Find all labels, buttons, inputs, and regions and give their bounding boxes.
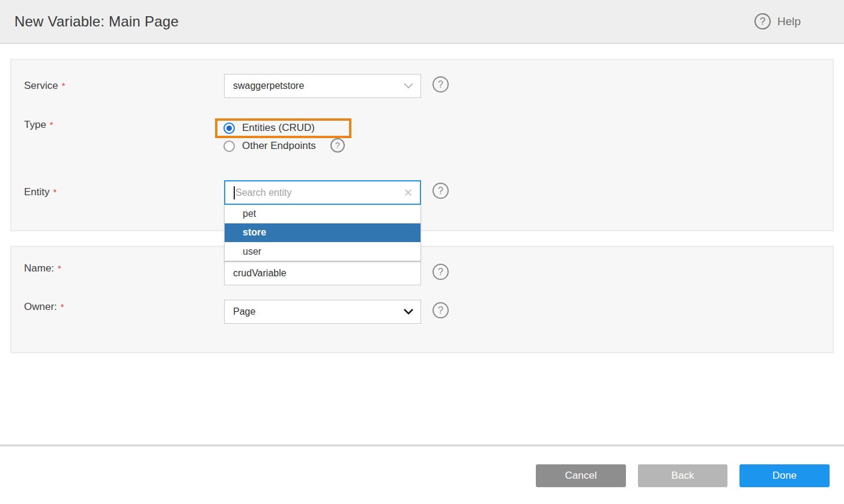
type-label: Type* — [24, 119, 53, 131]
clear-icon[interactable]: ✕ — [404, 186, 413, 199]
radio-option-other-endpoints[interactable]: Other Endpoints — [223, 140, 316, 152]
required-asterisk: * — [61, 302, 64, 312]
owner-select[interactable]: Page — [224, 300, 421, 324]
required-asterisk: * — [58, 263, 61, 273]
properties-panel — [10, 246, 834, 353]
radio-unselected-icon — [223, 141, 235, 152]
entity-option-store[interactable]: store — [225, 223, 420, 242]
radio-option-entities-crud[interactable]: Entities (CRUD) — [223, 122, 315, 134]
done-button[interactable]: Done — [739, 464, 830, 487]
owner-help-icon[interactable]: ? — [433, 302, 449, 318]
owner-select-value: Page — [233, 306, 404, 317]
service-select-value: swaggerpetstore — [233, 80, 404, 91]
name-help-icon[interactable]: ? — [433, 264, 449, 280]
entity-option-pet[interactable]: pet — [225, 205, 420, 223]
required-asterisk: * — [50, 120, 53, 130]
service-label: Service* — [24, 80, 65, 92]
help-label: Help — [777, 15, 801, 28]
entity-search-placeholder: Search entity — [235, 187, 404, 198]
name-label: Name:* — [24, 263, 61, 275]
help-circle-icon: ? — [754, 13, 771, 29]
required-asterisk: * — [53, 187, 57, 197]
entity-options-list: pet store user — [224, 205, 421, 261]
name-input-value: crudVariable — [233, 268, 413, 279]
help-button[interactable]: ? Help — [754, 13, 801, 29]
chevron-down-icon — [404, 83, 413, 89]
radio-option-label: Entities (CRUD) — [242, 122, 315, 134]
radio-selected-icon — [223, 123, 235, 134]
chevron-down-icon — [404, 309, 413, 315]
page-title: New Variable: Main Page — [14, 13, 179, 30]
cancel-button[interactable]: Cancel — [536, 464, 626, 487]
entity-option-user[interactable]: user — [225, 242, 420, 261]
type-help-icon[interactable]: ? — [330, 138, 345, 153]
footer-divider — [0, 445, 844, 446]
entity-search-input[interactable]: Search entity ✕ — [224, 180, 421, 205]
entity-help-icon[interactable]: ? — [433, 183, 449, 199]
source-panel — [10, 59, 834, 231]
owner-label: Owner:* — [24, 301, 64, 313]
text-caret — [234, 186, 235, 199]
required-asterisk: * — [62, 80, 65, 91]
new-variable-dialog: New Variable: Main Page ? Help Service* … — [0, 0, 844, 504]
service-help-icon[interactable]: ? — [433, 76, 449, 93]
entity-label: Entity* — [24, 186, 56, 198]
back-button[interactable]: Back — [638, 464, 727, 487]
radio-option-label: Other Endpoints — [242, 140, 316, 152]
dialog-header: New Variable: Main Page ? Help — [0, 0, 844, 44]
name-input[interactable]: crudVariable — [224, 261, 421, 285]
service-select[interactable]: swaggerpetstore — [224, 74, 421, 98]
